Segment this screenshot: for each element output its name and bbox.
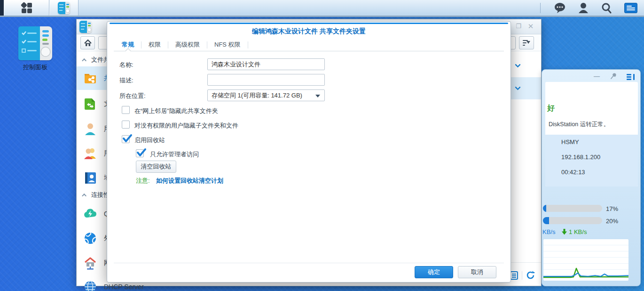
admin-only-label: 只允许管理者访问	[150, 150, 199, 159]
description-field[interactable]	[207, 74, 325, 86]
taskbar-right	[540, 0, 644, 16]
main-menu-icon	[21, 2, 32, 14]
dialog-footer-line	[114, 263, 504, 263]
dialog-title: 编辑鸿森木业设计文件 共享文件夹设置	[107, 27, 510, 36]
pin-icon[interactable]	[610, 73, 617, 80]
dhcp-server-icon	[83, 280, 97, 291]
ram-usage-label: 20%	[606, 218, 618, 225]
refresh-icon[interactable]	[526, 271, 535, 280]
network-chart	[543, 239, 628, 281]
cpu-usage-label: 17%	[606, 205, 618, 212]
taskbar-edge	[0, 0, 4, 16]
tab-permissions[interactable]: 权限	[141, 40, 168, 49]
checkmark-icon	[122, 134, 132, 143]
hide-in-network-checkbox[interactable]	[122, 106, 130, 114]
download-speed: 1 KB/s	[562, 228, 587, 235]
list-view-icon[interactable]	[510, 271, 518, 280]
domain-ldap-icon	[83, 171, 97, 185]
location-label: 所在位置:	[119, 92, 146, 100]
tab-nfs-permissions[interactable]: NFS 权限	[207, 40, 248, 49]
window-maximize-button[interactable]: ❐	[514, 22, 523, 31]
system-health-card: 好 DiskStation 运转正常。 HSMY 192.168.1.200 0…	[545, 82, 638, 186]
chevron-down-icon[interactable]	[515, 62, 521, 68]
system-widget-panel: — 好 DiskStation 运转正常。 HSMY 192.168.1.200…	[542, 69, 641, 286]
ip-address-value: 192.168.1.200	[561, 154, 600, 161]
main-menu-button[interactable]	[4, 0, 49, 16]
tab-underline	[114, 51, 504, 51]
enable-recycle-bin-checkbox[interactable]	[122, 135, 130, 143]
chevron-down-icon	[315, 95, 320, 100]
recycle-schedule-link[interactable]: 如何设置回收站清空计划	[156, 177, 223, 185]
user-account-icon[interactable]	[578, 2, 589, 14]
edit-shared-folder-dialog: 编辑鸿森木业设计文件 共享文件夹设置 常规 权限 高级权限 NFS 权限 名称:…	[107, 21, 511, 283]
hide-subfolders-checkbox[interactable]	[122, 121, 130, 129]
uptime-value: 00:42:13	[561, 169, 585, 176]
dialog-tabs: 常规 权限 高级权限 NFS 权限	[115, 39, 248, 51]
user-group-icon	[83, 146, 97, 161]
cancel-button[interactable]: 取消	[458, 266, 496, 278]
ram-usage-bar	[543, 217, 602, 224]
taskbar-spacer	[79, 0, 540, 16]
dialog-accent-bar	[110, 23, 508, 24]
desktop-icon-label: 控制面板	[17, 63, 54, 72]
user-icon	[83, 122, 97, 136]
health-info-table: HSMY 192.168.1.200 00:42:13	[545, 135, 638, 186]
checkmark-icon	[136, 148, 146, 157]
note-label: 注意:	[136, 177, 150, 185]
desktop: { "desktop": { "control_panel_icon_label…	[0, 0, 644, 291]
file-services-icon	[83, 97, 97, 111]
toolbar-divider	[522, 271, 522, 280]
taskbar-app-control-panel[interactable]	[49, 0, 79, 16]
window-close-button[interactable]: ✕	[526, 22, 535, 31]
chevron-up-icon	[82, 193, 86, 198]
taskbar	[0, 0, 644, 17]
control-panel-icon	[58, 2, 70, 14]
sort-button[interactable]	[519, 36, 534, 49]
chevron-up-icon	[82, 58, 86, 63]
server-name-value: HSMY	[561, 138, 579, 146]
upload-speed: KB/s	[542, 228, 555, 235]
empty-recycle-bin-button[interactable]: 清空回收站	[136, 161, 176, 173]
name-field[interactable]	[207, 58, 325, 70]
name-label: 名称:	[119, 61, 134, 69]
sidebar-category-connectivity[interactable]: 连接性	[83, 190, 110, 200]
download-arrow-icon	[562, 229, 567, 235]
widget-titlebar: —	[542, 73, 640, 82]
location-select[interactable]: 存储空间 1(可用容量: 141.72 GB)	[207, 89, 325, 101]
hide-subfolders-label: 对没有权限的用户隐藏子文件夹和文件	[134, 121, 238, 130]
control-panel-icon	[18, 26, 52, 60]
hide-in-network-label: 在“网上邻居”隐藏此共享文件夹	[134, 107, 218, 115]
health-message: DiskStation 运转正常。	[549, 121, 609, 129]
health-status-text: 好	[547, 104, 555, 113]
tab-advanced-permissions[interactable]: 高级权限	[168, 40, 207, 49]
sort-icon	[523, 40, 530, 46]
tab-separator	[248, 41, 248, 48]
sidebar-item-label: DHCP Server	[104, 283, 144, 291]
widget-minimize-button[interactable]: —	[594, 73, 600, 80]
home-icon	[84, 40, 92, 47]
content-bottom-toolbar	[510, 271, 535, 280]
widget-panel-toggle[interactable]	[624, 3, 637, 13]
desktop-icon-control-panel[interactable]: 控制面板	[17, 26, 54, 72]
search-icon[interactable]	[601, 2, 612, 14]
widget-layout-icon[interactable]	[627, 74, 635, 80]
cpu-usage-bar	[543, 205, 602, 212]
network-speeds: KB/s 1 KB/s	[542, 228, 639, 235]
notifications-icon[interactable]	[554, 2, 566, 14]
taskbar-divider	[540, 3, 541, 13]
location-select-value: 存储空间 1(可用容量: 141.72 GB)	[212, 91, 302, 100]
enable-recycle-bin-label: 启用回收站	[134, 136, 165, 145]
description-label: 描述:	[119, 76, 134, 85]
shared-folder-icon	[83, 71, 97, 85]
ok-button[interactable]: 确定	[415, 266, 453, 278]
external-access-icon	[83, 231, 97, 245]
network-chart-lines	[543, 239, 628, 281]
quickconnect-icon	[83, 207, 97, 221]
chevron-down-icon[interactable]	[515, 84, 521, 90]
home-button[interactable]	[80, 36, 95, 49]
admin-only-checkbox[interactable]	[136, 149, 144, 157]
network-icon	[83, 256, 97, 270]
